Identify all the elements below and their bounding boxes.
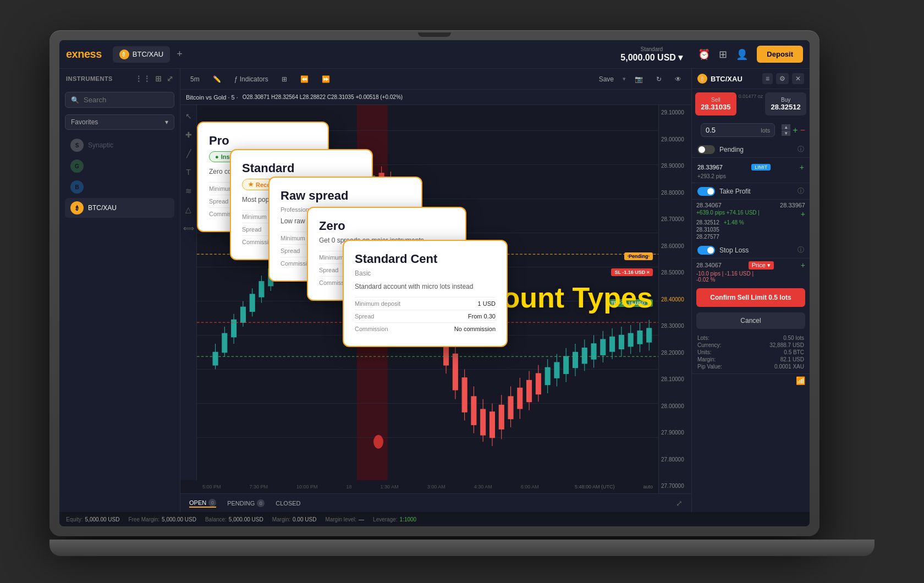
cancel-button[interactable]: Cancel — [696, 312, 805, 329]
cross-icon[interactable]: ✚ — [182, 128, 195, 141]
confirm-sell-button[interactable]: Confirm Sell Limit 0.5 lots — [696, 288, 805, 307]
expand-icon[interactable]: ⤢ — [167, 74, 174, 83]
logo: exness — [66, 48, 102, 61]
equity-item: Equity: 5,000.00 USD — [66, 516, 119, 522]
svg-rect-98 — [610, 337, 615, 351]
ohlc-data: O28.30871 H28.32564 L28.28822 C28.31035 … — [243, 94, 403, 100]
back-icon[interactable]: ⏪ — [296, 73, 313, 85]
search-icon: 🔍 — [71, 96, 79, 104]
bottom-bar: OPEN 0 PENDING 0 CLOSED — [180, 493, 691, 512]
tp-plus-icon[interactable]: + — [801, 210, 805, 218]
card-standard-title: Standard — [242, 161, 361, 175]
pending-info-icon[interactable]: ⓘ — [798, 145, 804, 154]
camera-icon[interactable]: 📷 — [630, 73, 647, 85]
save-btn[interactable]: Save — [595, 73, 618, 85]
save-dropdown[interactable]: ▾ — [623, 75, 626, 82]
svg-rect-96 — [601, 339, 606, 355]
trend-icon[interactable]: ╱ — [182, 147, 195, 160]
svg-rect-106 — [647, 328, 652, 342]
chart-area: 5m ✏️ ƒ Indicators ⊞ ⏪ ⏩ Save — [180, 69, 691, 512]
take-profit-info-icon[interactable]: ⓘ — [798, 186, 804, 196]
stop-loss-toggle[interactable] — [697, 246, 715, 255]
lot-input[interactable] — [706, 126, 761, 134]
layout-icon[interactable]: ⊞ — [277, 73, 292, 85]
svg-point-110 — [373, 435, 383, 449]
rp-settings-btn[interactable]: ⚙ — [776, 73, 789, 84]
svg-rect-102 — [628, 333, 633, 346]
lot-increase[interactable]: ▲ — [782, 124, 790, 130]
lot-size-display: 0.01477 oz — [739, 92, 763, 116]
sl-plus-icon[interactable]: + — [801, 261, 805, 270]
svg-rect-78 — [518, 388, 522, 409]
instrument-synaptic: S Synaptic — [65, 135, 174, 155]
pattern-icon[interactable]: △ — [182, 203, 195, 216]
chart-info-bar: Bitcoin vs Gold · 5 · O28.30871 H28.3256… — [180, 90, 691, 105]
tp-levels: 28.34067 28.33967 — [696, 202, 805, 208]
minus-icon[interactable]: − — [800, 125, 805, 135]
card-raw-title: Raw spread — [280, 189, 410, 203]
card-cent-subtitle: Basic — [355, 270, 496, 277]
top-icons: ⏰ ⊞ 👤 — [698, 48, 748, 61]
card-cent-desc: Standard account with micro lots instead — [355, 283, 496, 290]
text-icon[interactable]: T — [182, 166, 195, 179]
instrument-placeholder1: G — [65, 156, 174, 176]
plus-icon2[interactable]: + — [800, 163, 804, 172]
connection-icon: 📶 — [692, 374, 810, 387]
expand-panel-icon[interactable]: ⤢ — [676, 499, 683, 508]
svg-rect-88 — [564, 356, 569, 373]
rp-close-btn[interactable]: ✕ — [792, 73, 804, 84]
profile-icon[interactable]: 👤 — [736, 48, 748, 61]
btc-xau-tab[interactable]: ₿ BTC/XAU — [113, 46, 170, 63]
add-tab-button[interactable]: + — [172, 45, 187, 63]
fib-icon[interactable]: ≋ — [182, 184, 195, 197]
sidebar-section: Favorites ▾ — [59, 111, 180, 133]
lot-plus-minus[interactable]: ▲ ▼ — [782, 124, 790, 136]
sl-price-row: 28.34067 Price ▾ + — [696, 261, 805, 270]
open-tab[interactable]: OPEN 0 — [189, 499, 216, 508]
stop-loss-info-icon[interactable]: ⓘ — [798, 245, 804, 255]
list-icon[interactable]: ⋮⋮ — [135, 74, 151, 83]
take-profit-toggle[interactable] — [697, 187, 715, 196]
stop-loss-row: Stop Loss ⓘ — [692, 242, 810, 258]
forward-icon[interactable]: ⏩ — [317, 73, 334, 85]
pending-toggle[interactable] — [697, 145, 715, 154]
instrument-icon: S — [70, 139, 84, 152]
alarm-icon[interactable]: ⏰ — [698, 48, 710, 61]
indicators-btn[interactable]: ƒ Indicators — [230, 73, 273, 85]
search-input[interactable] — [84, 96, 168, 104]
deposit-button[interactable]: Deposit — [757, 46, 803, 63]
chevron-down-icon: ▾ — [165, 118, 168, 126]
svg-rect-104 — [637, 331, 642, 344]
margin-level-item: Margin level: — — [325, 516, 364, 522]
rp-instrument-name: BTC/XAU — [711, 75, 759, 83]
lot-input-row[interactable]: lots — [701, 123, 775, 137]
svg-rect-80 — [527, 381, 532, 402]
timeframe-btn[interactable]: 5m — [186, 73, 204, 85]
sidebar-header-icons: ⋮⋮ ⊞ ⤢ — [135, 74, 173, 83]
instrument-list: S Synaptic G B ₿ — [59, 133, 180, 220]
chart-toolbar: 5m ✏️ ƒ Indicators ⊞ ⏪ ⏩ Save — [180, 69, 691, 90]
grid-icon[interactable]: ⊞ — [719, 48, 727, 61]
limit-badge: LIMIT — [751, 164, 771, 170]
measure-icon[interactable]: ⟺ — [182, 222, 195, 235]
plus-icon[interactable]: + — [793, 125, 798, 135]
right-panel: ₿ BTC/XAU ≡ ⚙ ✕ Sell 28.31035 — [691, 69, 810, 512]
lot-decrease[interactable]: ▼ — [782, 130, 790, 136]
draw-icon[interactable]: ✏️ — [208, 73, 226, 85]
rp-list-btn[interactable]: ≡ — [762, 73, 773, 84]
refresh-icon[interactable]: ↻ — [652, 73, 666, 85]
grid-view-icon[interactable]: ⊞ — [155, 74, 162, 83]
sidebar-header: INSTRUMENTS ⋮⋮ ⊞ ⤢ — [59, 69, 180, 89]
closed-tab[interactable]: CLOSED — [276, 500, 300, 507]
sell-button[interactable]: Sell 28.31035 — [695, 92, 736, 116]
instrument-btc-xau[interactable]: ₿ BTC/XAU — [65, 198, 174, 218]
cursor-icon[interactable]: ↖ — [182, 109, 195, 123]
sl-price-badge: Price ▾ — [749, 261, 774, 270]
eye-icon[interactable]: 👁 — [670, 73, 686, 85]
buy-button[interactable]: Buy 28.32512 — [765, 92, 806, 116]
rp-header: ₿ BTC/XAU ≡ ⚙ ✕ — [692, 69, 810, 89]
search-box[interactable]: 🔍 — [65, 92, 174, 108]
favorites-dropdown[interactable]: Favorites ▾ — [65, 114, 174, 130]
tp-price-row4: 28.27577 — [696, 234, 805, 240]
pending-tab[interactable]: PENDING 0 — [227, 499, 265, 507]
